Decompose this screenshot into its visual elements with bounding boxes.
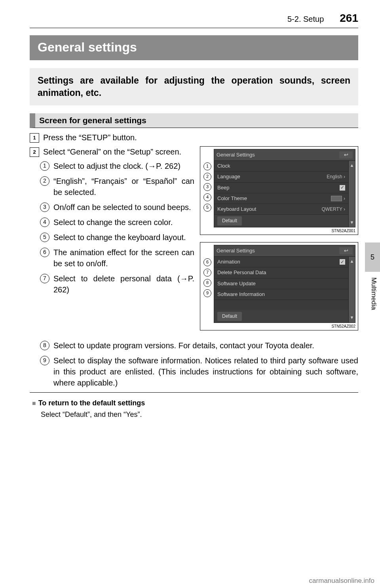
sub-2: 2“English”, “Français” or “Español” can …	[40, 176, 194, 198]
intro-box: Settings are available for adjusting the…	[30, 68, 358, 105]
figure-2: 6 7 8 9 General Settings ↩	[200, 242, 358, 330]
row-language[interactable]: LanguageEnglish ›	[214, 172, 348, 182]
breadcrumb: 5-2. Setup	[287, 15, 324, 24]
divider	[30, 392, 358, 393]
circle-5: 5	[40, 233, 49, 242]
scroll-up-icon[interactable]: ▲	[350, 257, 354, 266]
sub-5: 5Select to change the keyboard layout.	[40, 232, 194, 243]
step-2: 2 Select “General” on the “Setup” screen…	[30, 146, 194, 157]
circle-1: 1	[40, 161, 49, 171]
sub-6: 6The animation effect for the screen can…	[40, 247, 194, 269]
watermark: carmanualsonline.info	[309, 577, 374, 585]
step-1: 1 Press the “SETUP” button.	[30, 132, 358, 143]
figure-1: 1 2 3 4 5 General Settings ↩	[200, 146, 358, 235]
step-1-text: Press the “SETUP” button.	[43, 132, 358, 143]
scrollbar[interactable]: ▲▼	[348, 161, 355, 227]
fig2-caption: STN52AZ002	[203, 324, 355, 329]
circle-2: 2	[40, 176, 49, 186]
fig2-title: General Settings	[217, 247, 255, 254]
sub-9: 9Select to display the software informat…	[40, 355, 358, 388]
sub-7: 7Select to delete personal data (→P. 262…	[40, 273, 194, 295]
default-button[interactable]: Default	[217, 312, 242, 321]
scroll-up-icon[interactable]: ▲	[350, 161, 354, 170]
header-rule	[30, 28, 358, 28]
fig2-callouts: 6 7 8 9	[203, 245, 211, 323]
step-2-text: Select “General” on the “Setup” screen.	[43, 146, 194, 157]
circle-3: 3	[40, 202, 49, 212]
sub-8: 8Select to update program versions. For …	[40, 340, 358, 351]
note-block: To return to the default settings Select…	[32, 398, 358, 420]
circle-9: 9	[40, 356, 49, 365]
circle-7: 7	[40, 274, 49, 283]
page-number: 261	[340, 12, 358, 25]
back-icon[interactable]: ↩	[339, 151, 353, 158]
row-clock[interactable]: Clock	[214, 161, 348, 172]
step-marker-1: 1	[30, 133, 39, 143]
row-delete-personal[interactable]: Delete Personal Data	[214, 267, 348, 278]
fig1-screen: General Settings ↩ Clock LanguageEnglish…	[214, 149, 355, 227]
scroll-down-icon[interactable]: ▼	[350, 313, 354, 322]
color-swatch-icon	[331, 196, 342, 201]
note-body: Select “Default”, and then “Yes”.	[41, 410, 358, 420]
fig1-caption: STN52AZ001	[203, 228, 355, 234]
fig1-title: General Settings	[217, 151, 255, 158]
row-beep[interactable]: Beep✓	[214, 183, 348, 193]
sub-4: 4Select to change the screen color.	[40, 217, 194, 228]
side-chapter-tab: 5	[365, 242, 380, 272]
circle-4: 4	[40, 218, 49, 227]
side-chapter-number: 5	[370, 253, 374, 262]
fig2-screen: General Settings ↩ Animation✓ Delete Per…	[214, 245, 355, 323]
page-title: General settings	[30, 35, 358, 60]
check-icon: ✓	[340, 185, 345, 191]
row-color-theme[interactable]: Color Theme›	[214, 193, 348, 204]
row-keyboard[interactable]: Keyboard LayoutQWERTY ›	[214, 204, 348, 215]
row-software-update[interactable]: Software Update	[214, 279, 348, 289]
scrollbar[interactable]: ▲▼	[348, 257, 355, 323]
fig1-callouts: 1 2 3 4 5	[203, 149, 211, 227]
row-animation[interactable]: Animation✓	[214, 257, 348, 267]
side-section-label: Multimedia	[370, 277, 378, 310]
circle-6: 6	[40, 248, 49, 257]
section-heading: Screen for general settings	[30, 113, 358, 128]
sub-3: 3On/off can be selected to sound beeps.	[40, 202, 194, 213]
step-marker-2: 2	[30, 147, 39, 157]
circle-8: 8	[40, 341, 49, 350]
scroll-down-icon[interactable]: ▼	[350, 218, 354, 227]
default-button[interactable]: Default	[217, 216, 242, 225]
note-heading: To return to the default settings	[32, 398, 358, 408]
row-software-info[interactable]: Software Information	[214, 289, 348, 300]
sub-1: 1Select to adjust the clock. (→P. 262)	[40, 160, 194, 172]
back-icon[interactable]: ↩	[339, 247, 353, 254]
check-icon: ✓	[340, 259, 345, 265]
